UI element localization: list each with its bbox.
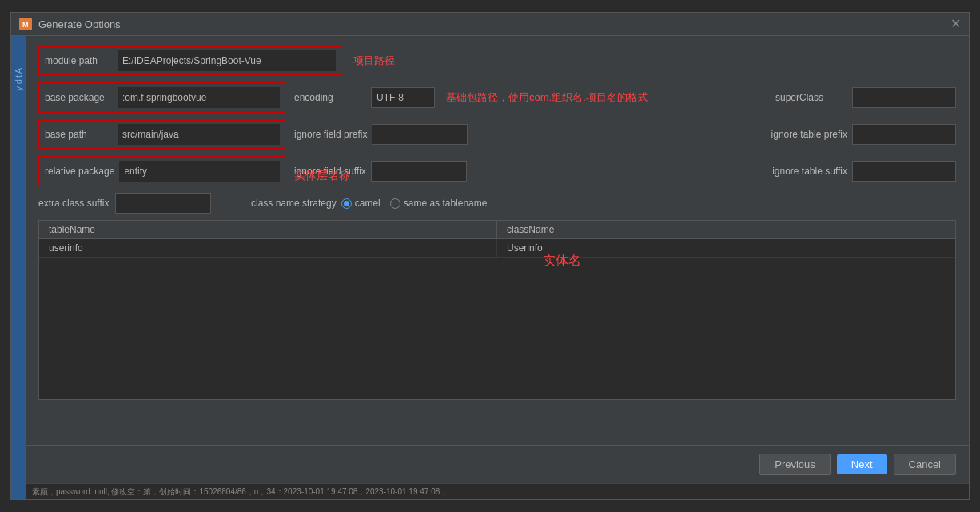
sidebar-strip: A t d y xyxy=(11,36,26,499)
extra-class-suffix-group: extra class suffix xyxy=(38,193,211,214)
close-button[interactable]: ✕ xyxy=(950,18,961,30)
radio-camel[interactable]: camel xyxy=(341,198,380,209)
ignore-table-prefix-group: ignore table prefix xyxy=(771,124,956,145)
dialog-icon: M xyxy=(19,18,32,30)
table-header: tableName className xyxy=(39,221,955,239)
radio-group: camel same as tablename xyxy=(341,198,488,209)
extra-class-suffix-label: extra class suffix xyxy=(38,198,110,209)
ignore-table-prefix-input[interactable] xyxy=(852,124,956,145)
cell-classname: Userinfo xyxy=(497,239,955,257)
cell-tablename: userinfo xyxy=(39,239,497,257)
relative-package-group: relative package xyxy=(38,156,286,186)
ignore-field-suffix-label: ignore field suffix xyxy=(294,166,366,177)
radio-same[interactable]: same as tablename xyxy=(390,198,488,209)
extra-class-suffix-input[interactable] xyxy=(115,193,211,214)
encoding-input[interactable] xyxy=(371,87,435,108)
class-name-strategy-group: class name strategy camel same as tablen xyxy=(251,198,487,209)
base-package-group: base package xyxy=(38,82,286,113)
relative-package-row: relative package ignore field suffix ign… xyxy=(38,156,956,186)
entity-table: tableName className userinfo Userinfo 实体… xyxy=(38,220,956,400)
encoding-group: encoding xyxy=(294,87,435,108)
superclass-group: superClass xyxy=(775,87,956,108)
base-path-input[interactable] xyxy=(118,124,280,145)
class-name-strategy-label: class name strategy xyxy=(251,198,337,209)
form-content: module path 项目路径 base package encoding xyxy=(26,36,969,445)
previous-button[interactable]: Previous xyxy=(759,454,831,475)
cancel-button[interactable]: Cancel xyxy=(894,454,956,475)
table-row: userinfo Userinfo xyxy=(39,239,955,258)
base-package-label: base package xyxy=(45,92,113,103)
ignore-table-prefix-label: ignore table prefix xyxy=(771,129,847,140)
radio-same-circle xyxy=(390,198,400,209)
base-path-group: base path xyxy=(38,119,286,150)
col-classname: className xyxy=(497,221,955,238)
module-path-group: module path xyxy=(38,46,342,76)
extra-class-row: extra class suffix class name strategy c… xyxy=(38,193,956,214)
ignore-field-prefix-group: ignore field prefix xyxy=(294,124,468,145)
encoding-label: encoding xyxy=(294,92,366,103)
strip-letter-t: t xyxy=(14,75,23,78)
strip-letter-d: d xyxy=(14,79,23,84)
relative-package-label: relative package xyxy=(45,166,114,177)
status-bar: 素颜，password: null, 修改空：第，创始时间：15026804/8… xyxy=(26,483,969,499)
radio-same-label: same as tablename xyxy=(404,198,488,209)
ignore-field-prefix-input[interactable] xyxy=(372,124,468,145)
base-package-row: base package encoding 基础包路径，使用com.组织名.项目… xyxy=(38,82,956,113)
radio-camel-label: camel xyxy=(355,198,380,209)
base-package-annotation: 基础包路径，使用com.组织名.项目名的格式 xyxy=(446,90,648,105)
base-path-row: base path ignore field prefix ignore tab… xyxy=(38,119,956,150)
ignore-field-prefix-label: ignore field prefix xyxy=(294,129,367,140)
footer: Previous Next Cancel xyxy=(26,445,969,483)
module-path-input[interactable] xyxy=(118,50,336,71)
module-path-annotation: 项目路径 xyxy=(353,54,395,68)
dialog-title: Generate Options xyxy=(38,18,121,30)
module-path-row: module path 项目路径 xyxy=(38,46,956,76)
ignore-table-suffix-group: ignore table suffix xyxy=(772,161,956,182)
base-path-label: base path xyxy=(45,129,113,140)
ignore-field-suffix-input[interactable] xyxy=(371,161,467,182)
ignore-table-suffix-input[interactable] xyxy=(852,161,956,182)
superclass-input[interactable] xyxy=(852,87,956,108)
module-path-label: module path xyxy=(45,55,113,66)
ignore-table-suffix-label: ignore table suffix xyxy=(772,166,847,177)
superclass-label: superClass xyxy=(775,92,847,103)
title-bar: M Generate Options ✕ xyxy=(11,13,969,36)
next-button[interactable]: Next xyxy=(837,454,887,474)
col-tablename: tableName xyxy=(39,221,497,238)
strip-letter-a: A xyxy=(14,68,23,74)
base-package-input[interactable] xyxy=(118,87,280,108)
table-body: userinfo Userinfo xyxy=(39,239,955,399)
relative-package-input[interactable] xyxy=(119,161,280,182)
strip-letter-y: y xyxy=(14,86,23,91)
svg-text:M: M xyxy=(22,21,29,29)
status-text: 素颜，password: null, 修改空：第，创始时间：15026804/8… xyxy=(32,486,448,498)
ignore-field-suffix-group: ignore field suffix xyxy=(294,161,467,182)
radio-camel-circle xyxy=(341,198,352,209)
